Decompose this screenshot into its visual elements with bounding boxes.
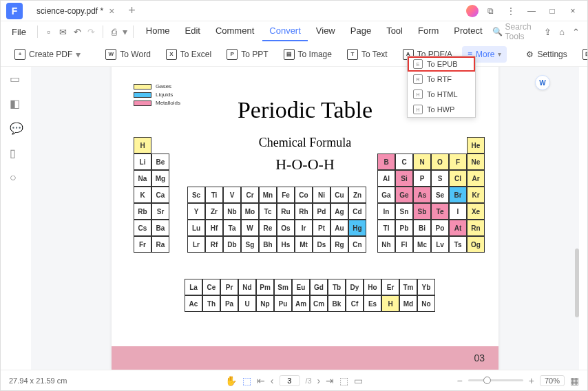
element-Ds: Ds <box>313 236 330 253</box>
to-rtf-item[interactable]: RTo RTF <box>408 72 475 87</box>
fit-page-icon[interactable]: ⬚ <box>339 375 348 386</box>
menu-page[interactable]: Page <box>344 23 378 41</box>
to-epub-item[interactable]: ETo EPUB <box>408 56 475 72</box>
element-Sb: Sb <box>413 203 431 220</box>
search-panel-icon[interactable]: ○ <box>10 171 22 184</box>
last-page-icon[interactable]: ⇥ <box>326 375 334 386</box>
save-icon[interactable]: ▫ <box>43 23 55 40</box>
ai-icon[interactable] <box>466 5 479 17</box>
hand-tool-icon[interactable]: ✋ <box>225 375 237 386</box>
element-Y: Y <box>187 203 205 220</box>
zoom-out-icon[interactable]: − <box>457 375 463 386</box>
element-Cf: Cf <box>346 295 364 312</box>
to-html-item[interactable]: HTo HTML <box>408 87 475 102</box>
element-In: In <box>377 203 395 220</box>
element-Ts: Ts <box>449 236 467 253</box>
element-Ba: Ba <box>151 220 169 236</box>
element-Cn: Cn <box>348 236 366 253</box>
element-Cr: Cr <box>241 187 259 203</box>
minimize-button[interactable]: — <box>523 2 540 20</box>
menu-comment[interactable]: Comment <box>209 23 261 41</box>
to-hwp-item[interactable]: HTo HWP <box>408 102 475 117</box>
menu-home[interactable]: Home <box>139 23 177 41</box>
menu-tool[interactable]: Tool <box>379 23 410 41</box>
plus-icon: + <box>14 49 25 60</box>
print-dropdown-icon[interactable]: ▾ <box>123 26 127 37</box>
zoom-slider[interactable] <box>468 379 523 381</box>
menu-convert[interactable]: Convert <box>262 23 308 41</box>
maximize-button[interactable]: □ <box>543 2 561 20</box>
statusbar: 27.94 x 21.59 cm ✋ ⬚ ⇤ ‹ /3 › ⇥ ⬚ ▭ − + … <box>1 370 587 390</box>
mail-icon[interactable]: ✉ <box>57 23 69 40</box>
element-Og: Og <box>467 236 485 253</box>
element-Ru: Ru <box>277 203 295 220</box>
vertical-scrollbar-thumb[interactable] <box>575 249 579 317</box>
element-Fe: Fe <box>277 187 295 203</box>
menu-edit[interactable]: Edit <box>178 23 207 41</box>
element-Ta: Ta <box>223 220 241 236</box>
undo-icon[interactable]: ↶ <box>72 23 83 40</box>
element-Cu: Cu <box>330 187 348 203</box>
to-text-button[interactable]: TTo Text <box>342 45 393 63</box>
element-C: C <box>395 154 413 170</box>
collapse-icon[interactable]: ⌃ <box>570 23 582 40</box>
legend-metalloids-swatch <box>134 101 151 106</box>
document-canvas[interactable]: Gases Liquids Metalloids Periodic Table … <box>31 67 579 370</box>
thumbnails-icon[interactable]: ▭ <box>10 72 22 85</box>
element-Sg: Sg <box>241 236 259 253</box>
element-Ho: Ho <box>364 279 381 295</box>
element-F: F <box>449 154 467 170</box>
rtf-icon: R <box>413 74 423 84</box>
element-Cl: Cl <box>449 170 467 187</box>
to-image-button[interactable]: ▤To Image <box>278 45 337 63</box>
comments-icon[interactable]: 💬 <box>10 122 22 134</box>
text-icon: T <box>347 49 358 60</box>
document-tab[interactable]: science-copy.pdf * × <box>28 1 123 21</box>
page-input[interactable] <box>279 375 300 386</box>
to-word-button[interactable]: WTo Word <box>100 45 156 63</box>
element-La: La <box>185 279 202 295</box>
to-excel-button[interactable]: XTo Excel <box>160 45 217 63</box>
create-pdf-button[interactable]: +Create PDF▾ <box>9 45 86 63</box>
batch-convert-button[interactable]: ⊞Batch Conve› <box>577 45 588 63</box>
element-Tc: Tc <box>259 203 277 220</box>
close-tab-icon[interactable]: × <box>109 6 114 17</box>
settings-button[interactable]: ⚙Settings <box>521 46 572 63</box>
new-tab-button[interactable]: + <box>128 3 136 18</box>
element-P: P <box>413 170 431 187</box>
to-ppt-button[interactable]: PTo PPT <box>221 45 273 63</box>
prev-page-icon[interactable]: ‹ <box>271 375 274 386</box>
kebab-menu-icon[interactable]: ⋮ <box>502 2 520 20</box>
zoom-level[interactable]: 70% <box>540 375 565 386</box>
print-icon[interactable]: ⎙ <box>109 23 120 40</box>
next-page-icon[interactable]: › <box>317 375 321 386</box>
element-Br: Br <box>449 187 467 203</box>
cloud-icon[interactable]: ⌂ <box>556 23 568 40</box>
close-window-button[interactable]: × <box>564 2 582 20</box>
element-Tl: Tl <box>377 220 395 236</box>
attachments-icon[interactable]: ▯ <box>10 147 22 159</box>
menu-form[interactable]: Form <box>411 23 445 41</box>
share-icon[interactable]: ⇪ <box>542 23 554 40</box>
element-Dy: Dy <box>346 279 364 295</box>
fit-width-icon[interactable]: ▭ <box>354 375 363 386</box>
zoom-slider-thumb[interactable] <box>483 377 491 384</box>
select-tool-icon[interactable]: ⬚ <box>242 375 251 386</box>
element-Rf: Rf <box>205 236 223 253</box>
search-placeholder: Search Tools <box>505 22 534 41</box>
popout-icon[interactable]: ⧉ <box>481 2 499 20</box>
file-menu[interactable]: File <box>6 27 32 37</box>
page-number: 03 <box>474 352 485 363</box>
first-page-icon[interactable]: ⇤ <box>257 375 265 386</box>
batch-icon: ⊞ <box>582 49 588 60</box>
redo-icon[interactable]: ↷ <box>85 23 97 40</box>
bookmarks-icon[interactable]: ◧ <box>10 97 22 109</box>
view-mode-icon[interactable]: ▦ <box>570 375 579 386</box>
search-tools[interactable]: 🔍 Search Tools <box>492 22 534 41</box>
zoom-in-icon[interactable]: + <box>529 375 534 386</box>
menu-view[interactable]: View <box>309 23 342 41</box>
word-export-badge[interactable]: W <box>535 75 550 90</box>
titlebar: F science-copy.pdf * × + ⧉ ⋮ — □ × <box>1 1 587 21</box>
doc-subtitle: Chemical Formula <box>112 136 498 150</box>
menu-protect[interactable]: Protect <box>447 23 489 41</box>
